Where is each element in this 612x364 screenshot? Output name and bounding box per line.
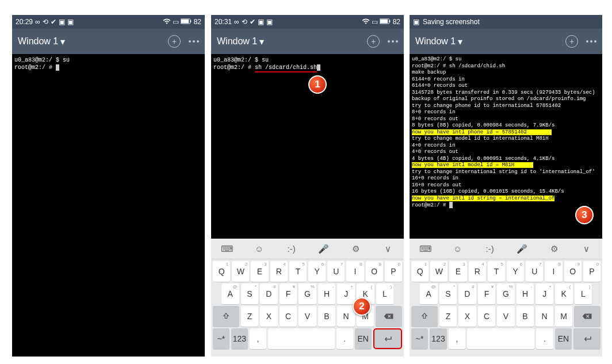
- terminal-line: 8 bytes (8B) copied, 0.000984 seconds, 7…: [412, 122, 600, 129]
- menu-button[interactable]: [189, 40, 199, 43]
- add-window-button[interactable]: +: [565, 35, 578, 48]
- space-key[interactable]: [268, 328, 335, 349]
- key-v[interactable]: V: [497, 306, 515, 327]
- key-s[interactable]: S*: [241, 283, 259, 304]
- period-key[interactable]: .: [536, 328, 553, 349]
- key-y[interactable]: Y6: [308, 261, 326, 282]
- terminal-line: try to change model id to international …: [412, 136, 600, 143]
- enter-key[interactable]: [573, 328, 600, 349]
- key-v[interactable]: V: [299, 306, 316, 327]
- keyboard-icon[interactable]: ⌨: [211, 244, 243, 254]
- terminal-output[interactable]: u0_a83@m2:/ $ suroot@m2:/ #: [12, 54, 205, 74]
- key-j[interactable]: J+: [337, 283, 355, 304]
- key-i[interactable]: I8: [346, 261, 364, 282]
- symbols-key[interactable]: ~*: [411, 328, 428, 349]
- terminal-output[interactable]: u0_a83@m2:/ $ suroot@m2:/ # sh /sdcard/c…: [410, 54, 602, 212]
- chevron-down-icon[interactable]: ∨: [570, 244, 602, 254]
- key-u[interactable]: U7: [526, 261, 543, 282]
- key-f[interactable]: F¥: [478, 283, 496, 304]
- key-b[interactable]: B: [517, 306, 534, 327]
- backspace-key[interactable]: [574, 306, 600, 327]
- menu-button[interactable]: [388, 40, 398, 43]
- clock: 20:29: [16, 18, 33, 26]
- key-w[interactable]: W2: [430, 261, 447, 282]
- window-title[interactable]: Window 1 ▾: [217, 36, 264, 47]
- key-j[interactable]: J+: [536, 283, 553, 304]
- key-m[interactable]: M: [555, 306, 573, 327]
- image-icon: ▣: [266, 18, 273, 26]
- backspace-key[interactable]: [376, 306, 402, 327]
- window-title[interactable]: Window 1 ▾: [18, 36, 65, 47]
- terminal-line: 16+0 records out: [412, 182, 600, 189]
- key-o[interactable]: O9: [564, 261, 582, 282]
- key-i[interactable]: I8: [545, 261, 562, 282]
- mic-icon[interactable]: 🎤: [506, 244, 538, 254]
- key-c[interactable]: C: [280, 306, 297, 327]
- key-c[interactable]: C: [478, 306, 496, 327]
- key-d[interactable]: D#: [458, 283, 476, 304]
- key-z[interactable]: Z: [241, 306, 259, 327]
- enter-key[interactable]: [373, 328, 402, 349]
- key-l[interactable]: L): [575, 283, 592, 304]
- key-l[interactable]: L): [376, 283, 394, 304]
- key-s[interactable]: S*: [439, 283, 457, 304]
- key-z[interactable]: Z: [439, 306, 457, 327]
- key-g[interactable]: G%: [497, 283, 515, 304]
- smiley-icon[interactable]: :-): [276, 244, 308, 254]
- key-t[interactable]: T5: [289, 261, 307, 282]
- emoji-icon[interactable]: ☺: [243, 244, 276, 254]
- language-key[interactable]: EN: [355, 328, 372, 349]
- key-x[interactable]: X: [260, 306, 278, 327]
- key-n[interactable]: N: [536, 306, 553, 327]
- comma-key[interactable]: ,: [449, 328, 465, 349]
- period-key[interactable]: .: [336, 328, 353, 349]
- keyboard-icon[interactable]: ⌨: [410, 244, 442, 254]
- numbers-key[interactable]: 123: [231, 328, 248, 349]
- key-r[interactable]: R4: [469, 261, 486, 282]
- key-d[interactable]: D#: [260, 283, 278, 304]
- shift-key[interactable]: [411, 306, 438, 327]
- key-q[interactable]: Q1: [213, 261, 230, 282]
- key-w[interactable]: W2: [232, 261, 249, 282]
- key-k[interactable]: K(: [555, 283, 573, 304]
- key-g[interactable]: G%: [299, 283, 316, 304]
- key-b[interactable]: B: [318, 306, 336, 327]
- terminal-line: now you have intl id string = internatio…: [412, 196, 600, 202]
- language-key[interactable]: EN: [555, 328, 572, 349]
- key-f[interactable]: F¥: [280, 283, 297, 304]
- key-p[interactable]: P0: [583, 261, 600, 282]
- key-u[interactable]: U7: [327, 261, 345, 282]
- key-t[interactable]: T5: [488, 261, 505, 282]
- key-e[interactable]: E3: [251, 261, 268, 282]
- space-key[interactable]: [467, 328, 534, 349]
- gear-icon[interactable]: ⚙: [339, 244, 372, 254]
- smiley-icon[interactable]: :-): [474, 244, 506, 254]
- window-title[interactable]: Window 1 ▾: [415, 36, 462, 47]
- menu-button[interactable]: [586, 40, 596, 43]
- terminal-line: now you have intl model id = M81H: [412, 162, 600, 169]
- comma-key[interactable]: ,: [250, 328, 266, 349]
- key-q[interactable]: Q1: [411, 261, 429, 282]
- key-p[interactable]: P0: [385, 261, 402, 282]
- key-y[interactable]: Y6: [507, 261, 524, 282]
- key-a[interactable]: A@: [221, 283, 239, 304]
- key-a[interactable]: A@: [420, 283, 438, 304]
- numbers-key[interactable]: 123: [430, 328, 446, 349]
- add-window-button[interactable]: +: [367, 35, 380, 48]
- key-h[interactable]: H-: [517, 283, 534, 304]
- key-e[interactable]: E3: [449, 261, 466, 282]
- chevron-down-icon[interactable]: ∨: [372, 244, 404, 254]
- symbols-key[interactable]: ~*: [213, 328, 230, 349]
- terminal-output[interactable]: u0_a83@m2:/ $ suroot@m2:/ # sh /sdcard/c…: [211, 54, 404, 75]
- key-n[interactable]: N: [337, 306, 355, 327]
- add-window-button[interactable]: +: [168, 35, 181, 48]
- emoji-icon[interactable]: ☺: [442, 244, 474, 254]
- key-x[interactable]: X: [458, 306, 476, 327]
- key-o[interactable]: O9: [366, 261, 383, 282]
- gear-icon[interactable]: ⚙: [538, 244, 570, 254]
- key-r[interactable]: R4: [270, 261, 288, 282]
- terminal-line: backup of original proinfo stored on /sd…: [412, 96, 600, 103]
- mic-icon[interactable]: 🎤: [307, 244, 339, 254]
- shift-key[interactable]: [213, 306, 239, 327]
- key-h[interactable]: H-: [318, 283, 336, 304]
